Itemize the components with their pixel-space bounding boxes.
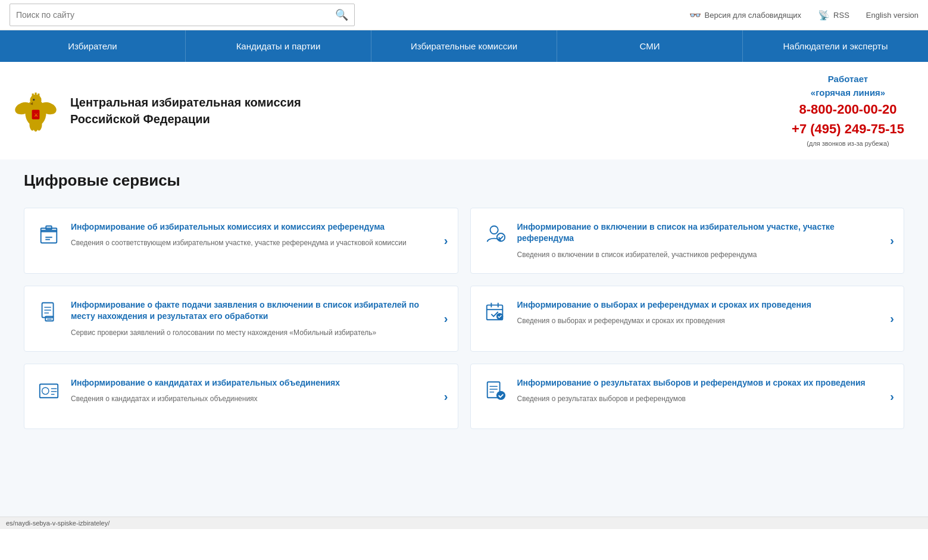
hotline-note: (для звонков из-за рубежа) [792,139,904,149]
card-body: Информирование о кандидатах и избиратель… [71,377,428,415]
card-title: Информирование о факте подачи заявления … [71,299,428,323]
card-title: Информирование о включении в список на и… [517,221,874,245]
top-bar-right: 👓 Версия для слабовидящих 📡 RSS English … [689,10,919,21]
nav-item-candidates[interactable]: Кандидаты и партии [186,30,371,62]
svg-rect-2 [32,93,34,97]
search-input[interactable] [10,10,329,20]
svg-point-19 [490,226,498,233]
chevron-right-icon: › [444,389,448,403]
card-body: Информирование о факте подачи заявления … [71,299,428,338]
card-desc: Сведения о кандидатах и избирательных об… [71,393,428,404]
card-voter-list-info[interactable]: Информирование о включении в список на и… [470,208,905,274]
hotline-phone1[interactable]: 8-800-200-00-20 [792,99,904,119]
person-check-icon [484,221,508,260]
cards-grid: Информирование об избирательных комиссия… [24,208,904,429]
logo-section: ⚔ Центральная избирательная комиссия Рос… [12,87,301,134]
ballot-box-icon [38,221,61,260]
ballot-check-icon [484,377,508,415]
rss-label: RSS [833,11,849,20]
svg-point-8 [33,99,35,101]
section-title: Цифровые сервисы [24,171,904,190]
status-bar: es/naydi-sebya-v-spiske-izbirateley/ [0,517,928,529]
svg-point-33 [42,387,49,394]
nav-item-observers[interactable]: Наблюдатели и эксперты [743,30,928,62]
search-button[interactable]: 🔍 [329,8,354,21]
card-title: Информирование об избирательных комиссия… [71,221,428,233]
main-nav: Избиратели Кандидаты и партии Избиратель… [0,30,928,62]
rss-link[interactable]: 📡 RSS [818,10,849,21]
top-bar: 🔍 👓 Версия для слабовидящих 📡 RSS Englis… [0,0,928,30]
card-desc: Сведения о включении в список избирателе… [517,249,874,260]
logo-eagle: ⚔ [12,87,60,134]
card-desc: Сведения о выборах и референдумах и срок… [517,315,874,326]
english-link[interactable]: English version [866,11,918,20]
calendar-check-icon [484,299,508,338]
hotline-phone2[interactable]: +7 (495) 249-75-15 [792,119,904,139]
card-title: Информирование о выборах и референдумах … [517,299,874,311]
card-body: Информирование о результатах выборов и р… [517,377,874,415]
svg-point-20 [496,233,504,241]
org-title: Центральная избирательная комиссия Росси… [70,94,301,127]
card-desc: Сервис проверки заявлений о голосовании … [71,327,428,338]
nav-item-voters[interactable]: Избиратели [0,30,186,62]
document-list-icon [38,299,61,338]
rss-icon: 📡 [818,10,830,21]
card-title: Информирование о результатах выборов и р… [517,377,874,389]
card-body: Информирование о включении в список на и… [517,221,874,260]
card-desc: Сведения о соответствующем избирательном… [71,237,428,248]
vision-label: Версия для слабовидящих [705,11,802,20]
card-elections-info[interactable]: Информирование о выборах и референдумах … [470,286,905,352]
chevron-right-icon: › [444,234,448,248]
chevron-right-icon: › [890,234,894,248]
vision-icon: 👓 [689,10,701,21]
chevron-right-icon: › [890,389,894,403]
nav-item-commissions[interactable]: Избирательные комиссии [371,30,557,62]
hotline-label2: «горячая линия» [792,86,904,100]
header-area: ⚔ Центральная избирательная комиссия Рос… [0,62,928,159]
person-id-icon [38,377,61,415]
content-area: Цифровые сервисы Информирование об избир… [0,159,928,517]
svg-rect-16 [46,226,52,229]
svg-point-41 [496,391,505,400]
card-candidates-info[interactable]: Информирование о кандидатах и избиратель… [24,364,458,429]
card-title: Информирование о кандидатах и избиратель… [71,377,428,389]
card-desc: Сведения о результатах выборов и референ… [517,393,874,404]
card-commissions-info[interactable]: Информирование об избирательных комиссия… [24,208,458,274]
svg-rect-4 [38,93,39,97]
chevron-right-icon: › [890,312,894,326]
hotline-section: Работает «горячая линия» 8-800-200-00-20… [792,73,904,149]
card-application-info[interactable]: Информирование о факте подачи заявления … [24,286,458,352]
status-url: es/naydi-sebya-v-spiske-izbirateley/ [6,520,110,527]
hotline-label1: Работает [792,73,904,86]
card-results-info[interactable]: Информирование о результатах выборов и р… [470,364,905,429]
vision-link[interactable]: 👓 Версия для слабовидящих [689,10,802,21]
svg-text:⚔: ⚔ [34,112,38,117]
english-label: English version [866,11,918,20]
nav-item-media[interactable]: СМИ [557,30,743,62]
chevron-right-icon: › [444,312,448,326]
svg-rect-3 [35,92,36,97]
card-body: Информирование об избирательных комиссия… [71,221,428,260]
card-body: Информирование о выборах и референдумах … [517,299,874,338]
search-wrap: 🔍 [10,4,355,26]
